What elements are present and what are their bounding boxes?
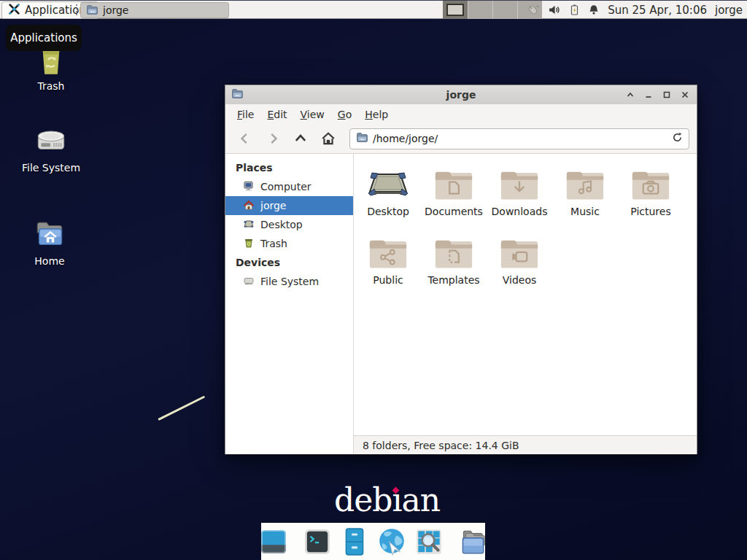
terminal-icon[interactable]: [302, 526, 333, 557]
battery-icon[interactable]: [568, 4, 580, 16]
folder-item-documents[interactable]: Documents: [421, 167, 487, 236]
status-text: 8 folders, Free space: 14.4 GiB: [363, 440, 519, 451]
music-folder-icon: [552, 167, 618, 202]
folder-item-public[interactable]: Public: [355, 236, 421, 304]
home-icon: [243, 199, 255, 213]
trash-icon: [243, 237, 255, 251]
public-folder-icon: [355, 236, 421, 271]
clock[interactable]: Sun 25 Apr, 10:06: [608, 4, 707, 17]
folder-item-music[interactable]: Music: [552, 167, 618, 236]
menu-go[interactable]: Go: [331, 106, 358, 122]
menubar: File Edit View Go Help: [225, 104, 697, 124]
notification-bell-icon[interactable]: [588, 4, 600, 16]
videos-folder-icon: [487, 236, 552, 271]
path-text[interactable]: /home/jorge/: [373, 133, 667, 144]
sidebar-item-trash[interactable]: Trash: [225, 234, 353, 253]
menu-help[interactable]: Help: [358, 106, 395, 122]
downloads-folder-icon: [487, 167, 552, 202]
folder-label: Templates: [421, 274, 487, 286]
hard-drive-icon: [11, 122, 91, 159]
brand-text: an: [401, 481, 440, 518]
applications-tooltip: Applications: [6, 25, 82, 51]
folder-label: Downloads: [487, 206, 552, 217]
folder-grid: Desktop Documents: [354, 154, 697, 304]
pictures-folder-icon: [618, 167, 684, 202]
xfce-menu-icon: [8, 3, 20, 18]
wallpaper-line-artifact: [158, 395, 205, 420]
documents-folder-icon: [421, 167, 487, 202]
drive-icon: [243, 275, 255, 289]
application-finder-icon[interactable]: [414, 526, 444, 557]
path-folder-icon: [356, 131, 368, 146]
folder-label: Desktop: [355, 206, 421, 217]
mouse-device-icon[interactable]: [526, 3, 540, 17]
folder-item-downloads[interactable]: Downloads: [487, 167, 552, 236]
desktop-icon: [243, 218, 255, 232]
workspace-1[interactable]: [443, 1, 468, 19]
statusbar: 8 folders, Free space: 14.4 GiB: [354, 435, 697, 454]
menu-file[interactable]: File: [231, 106, 260, 122]
reload-icon[interactable]: [672, 132, 683, 146]
file-view: Desktop Documents: [354, 154, 697, 454]
up-button[interactable]: [288, 128, 313, 149]
folder-item-videos[interactable]: Videos: [487, 236, 552, 304]
sidebar-item-label: Desktop: [260, 219, 303, 230]
sidebar-item-computer[interactable]: Computer: [225, 177, 353, 196]
sidebar-item-label: File System: [260, 276, 319, 287]
templates-folder-icon: [421, 236, 487, 271]
show-desktop-icon[interactable]: [258, 526, 289, 557]
menu-edit[interactable]: Edit: [260, 106, 293, 122]
desktop-icon-file-system[interactable]: File System: [11, 122, 91, 174]
path-entry[interactable]: /home/jorge/: [349, 128, 689, 149]
folder-item-desktop[interactable]: Desktop: [355, 167, 421, 236]
titlebar[interactable]: jorge: [225, 85, 697, 104]
sidebar-item-file-system[interactable]: File System: [225, 272, 353, 291]
sidebar-item-label: Trash: [260, 238, 287, 249]
folder-item-pictures[interactable]: Pictures: [618, 167, 684, 236]
volume-icon[interactable]: [548, 4, 560, 16]
taskbar-window-button[interactable]: jorge: [80, 2, 229, 18]
computer-icon: [243, 180, 255, 194]
desktop-pad-icon: [355, 167, 421, 202]
workspace-window-thumb: [446, 4, 464, 16]
folder-label: Pictures: [618, 206, 684, 217]
forward-button[interactable]: [260, 128, 285, 149]
menu-view[interactable]: View: [294, 106, 331, 122]
back-button[interactable]: [233, 128, 258, 149]
desktop-icon-label: File System: [11, 162, 91, 174]
panel-handle[interactable]: [76, 4, 77, 15]
system-tray: Sun 25 Apr, 10:06 jorge: [526, 1, 743, 19]
maximize-button[interactable]: [661, 89, 673, 101]
home-button[interactable]: [316, 128, 341, 149]
home-folder-icon: [9, 216, 90, 252]
sidebar-item-label: jorge: [260, 200, 286, 211]
debian-wordmark: debıan: [334, 481, 440, 518]
workspace-2[interactable]: [468, 1, 492, 19]
folder-label: Documents: [421, 206, 487, 217]
close-button[interactable]: [679, 89, 691, 101]
devices-header: Devices: [225, 253, 353, 272]
file-manager-window: jorge File Edit View Go Help: [225, 85, 697, 454]
desktop-icon-label: Trash: [11, 80, 91, 92]
minimize-button[interactable]: [643, 89, 654, 101]
toolbar: /home/jorge/: [225, 124, 697, 154]
username-label: jorge: [715, 4, 743, 17]
shade-button[interactable]: [624, 89, 636, 101]
folder-label: Music: [552, 206, 618, 217]
brand-text: deb: [334, 481, 392, 518]
folder-icon: [86, 4, 98, 18]
file-cabinet-icon[interactable]: [339, 526, 370, 557]
workspace-3[interactable]: [492, 1, 517, 19]
file-manager-icon[interactable]: [457, 526, 488, 557]
folder-item-templates[interactable]: Templates: [421, 236, 487, 304]
top-panel: Applications jorge: [0, 0, 747, 19]
sidebar-item-desktop[interactable]: Desktop: [225, 215, 353, 234]
dock-panel: [261, 523, 485, 560]
sidebar-item-jorge[interactable]: jorge: [225, 196, 353, 215]
desktop-icon-label: Home: [9, 255, 90, 267]
brand-i: ı: [392, 481, 401, 518]
web-browser-icon[interactable]: [376, 526, 407, 557]
taskbar-window-label: jorge: [103, 4, 128, 16]
sidebar-item-label: Computer: [260, 181, 311, 192]
desktop-icon-home[interactable]: Home: [9, 216, 90, 267]
